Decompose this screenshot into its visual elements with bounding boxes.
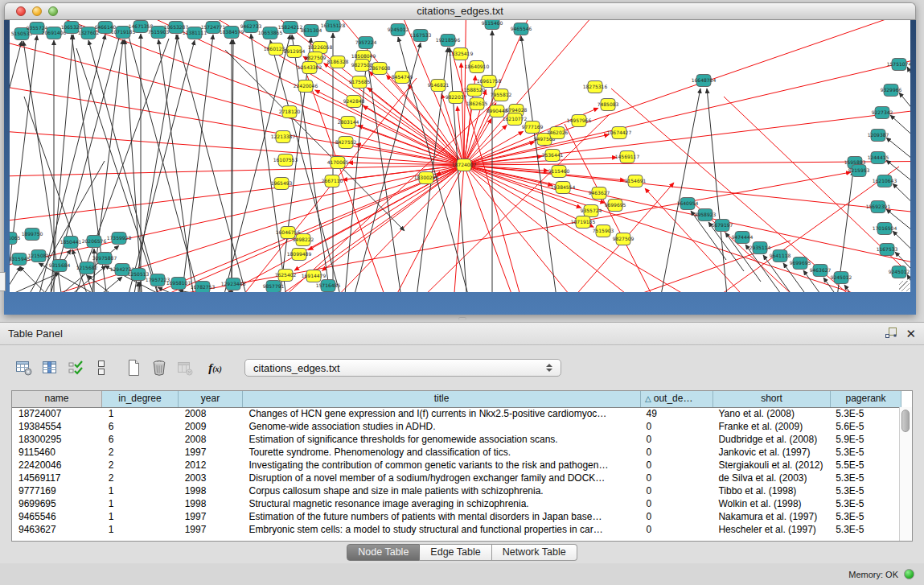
column-header-short[interactable]: short xyxy=(713,391,831,407)
table-cell[interactable]: 14569117 xyxy=(12,472,102,484)
float-panel-icon[interactable] xyxy=(885,327,897,341)
tab-node-table[interactable]: Node Table xyxy=(347,544,420,561)
table-cell[interactable]: 18724007 xyxy=(12,407,102,420)
table-cell[interactable]: 1 xyxy=(102,523,179,536)
scrollbar-thumb[interactable] xyxy=(901,410,910,432)
table-cell[interactable]: 5.3E-5 xyxy=(829,523,900,536)
graph-node[interactable]: 9315684 xyxy=(49,260,71,272)
table-cell[interactable]: 0 xyxy=(640,420,713,433)
zoom-window-button[interactable] xyxy=(48,6,58,16)
table-cell[interactable]: Embryonic stem cells: a model to study s… xyxy=(242,523,639,536)
table-cell[interactable]: 5.6E-5 xyxy=(829,420,900,433)
table-cell[interactable]: 1998 xyxy=(179,484,243,497)
graph-node[interactable]: 9463627 xyxy=(589,187,610,200)
table-cell[interactable]: Tibbo et al. (1998) xyxy=(712,484,829,497)
table-cell[interactable]: 2012 xyxy=(179,459,243,472)
graph-node[interactable]: 18601234 xyxy=(264,43,289,56)
graph-node[interactable]: 9115460 xyxy=(482,20,503,30)
graph-node[interactable]: 9154691 xyxy=(625,175,647,187)
graph-node[interactable]: 18275316 xyxy=(583,81,608,93)
graph-node[interactable]: 3315945 xyxy=(10,253,31,266)
table-selector-dropdown[interactable]: citations_edges.txt xyxy=(244,359,561,377)
graph-node[interactable]: 7485083 xyxy=(598,99,619,111)
graph-node[interactable]: 1065328 xyxy=(61,22,83,34)
column-header-name[interactable]: name xyxy=(12,391,102,407)
graph-node[interactable]: 2935114 xyxy=(749,242,771,254)
tab-edge-table[interactable]: Edge Table xyxy=(420,544,491,561)
table-cell[interactable]: 22420046 xyxy=(12,459,102,472)
graph-node[interactable]: 14671358 xyxy=(129,21,154,33)
graph-node[interactable]: 7515903 xyxy=(148,27,170,39)
graph-node[interactable]: 10719185 xyxy=(111,27,136,39)
table-cell[interactable]: Structural magnetic resonance image aver… xyxy=(242,497,639,510)
table-cell[interactable]: 6 xyxy=(102,433,179,446)
column-header-year[interactable]: year xyxy=(179,391,243,407)
graph-node[interactable]: 9465546 xyxy=(511,23,532,35)
graph-node[interactable]: 17016504 xyxy=(873,223,897,235)
table-cell[interactable]: 0 xyxy=(640,472,713,484)
graph-node[interactable]: 7955812 xyxy=(491,89,512,101)
network-canvas[interactable]: 5150533935572420691406106532813276026466… xyxy=(10,20,910,292)
table-cell[interactable]: 5.3E-5 xyxy=(829,407,900,420)
graph-node[interactable]: 2667110 xyxy=(322,175,343,187)
table-cell[interactable]: 0 xyxy=(640,484,713,497)
graph-node[interactable]: 9175685 xyxy=(349,76,371,89)
graph-node[interactable]: 9245012 xyxy=(388,24,409,36)
graph-node[interactable]: 9777169 xyxy=(522,122,544,134)
resize-grip-icon[interactable] xyxy=(899,281,910,291)
table-cell[interactable]: 0 xyxy=(640,497,713,510)
table-cell[interactable]: 2 xyxy=(102,472,179,484)
minimize-window-button[interactable] xyxy=(32,6,42,16)
graph-node[interactable]: 19218596 xyxy=(436,35,461,47)
table-cell[interactable]: 2003 xyxy=(179,472,243,484)
table-cell[interactable]: 6 xyxy=(102,420,179,433)
graph-node[interactable]: 10674427 xyxy=(607,127,632,139)
table-cell[interactable]: Franke et al. (2009) xyxy=(712,420,829,433)
table-cell[interactable]: de Silva et al. (2003) xyxy=(712,472,829,484)
table-cell[interactable]: Estimation of the future numbers of pati… xyxy=(242,510,639,523)
table-cell[interactable]: Nakamura et al. (1997) xyxy=(712,510,829,523)
table-cell[interactable]: Jankovic et al. (1997) xyxy=(712,446,829,459)
table-cell[interactable]: 1 xyxy=(102,407,179,420)
graph-node[interactable]: 15824212 xyxy=(278,22,303,34)
table-cell[interactable]: Disruption of a novel member of a sodium… xyxy=(242,472,639,484)
table-cell[interactable]: 49 xyxy=(640,407,713,420)
column-header-outde[interactable]: △out_de… xyxy=(641,391,713,407)
table-cell[interactable]: Dudbridge et al. (2008) xyxy=(712,433,829,446)
graph-node[interactable]: 9355724 xyxy=(27,23,48,35)
graph-node[interactable]: 7625402 xyxy=(275,270,297,282)
graph-node[interactable]: 1862615 xyxy=(466,98,488,110)
table-cell[interactable]: 0 xyxy=(640,446,713,459)
graph-node[interactable]: 1899750 xyxy=(22,229,43,241)
table-cell[interactable]: 2008 xyxy=(179,433,243,446)
table-cell[interactable]: 5.9E-5 xyxy=(829,433,900,446)
table-cell[interactable]: 5.3E-5 xyxy=(829,446,900,459)
graph-node[interactable]: 19384554 xyxy=(551,182,576,194)
table-cell[interactable]: 9115460 xyxy=(12,446,102,459)
graph-node[interactable]: 2526065 xyxy=(10,233,21,245)
table-cell[interactable]: 5.3E-5 xyxy=(829,510,900,523)
close-panel-icon[interactable]: ✕ xyxy=(906,328,916,340)
column-header-indegree[interactable]: in_degree xyxy=(102,391,179,407)
graph-node[interactable]: 6679197 xyxy=(712,220,733,232)
table-cell[interactable]: 5.3E-5 xyxy=(829,472,900,484)
graph-node[interactable]: 8427552 xyxy=(335,137,357,149)
tab-network-table[interactable]: Network Table xyxy=(492,544,577,561)
graph-node[interactable]: 9641118 xyxy=(770,250,791,262)
graph-node[interactable]: 1167533 xyxy=(410,30,432,42)
table-cell[interactable]: 1 xyxy=(102,484,179,497)
show-column-icon[interactable] xyxy=(39,357,60,379)
graph-node[interactable]: 2803144 xyxy=(338,117,359,129)
graph-node[interactable]: 8186328 xyxy=(327,56,349,68)
table-cell[interactable]: 0 xyxy=(640,433,713,446)
table-cell[interactable]: 19384554 xyxy=(12,420,102,433)
table-cell[interactable]: Stergiakouli et al. (2012) xyxy=(712,459,829,472)
table-cell[interactable]: Wolkin et al. (1998) xyxy=(712,497,829,510)
graph-node[interactable]: 10653865 xyxy=(258,27,283,39)
column-header-title[interactable]: title xyxy=(243,391,641,407)
graph-node[interactable]: 9227342 xyxy=(872,107,893,119)
graph-node[interactable]: 9498222 xyxy=(293,234,314,246)
table-cell[interactable]: 1 xyxy=(102,510,179,523)
graph-node[interactable]: 9462733 xyxy=(240,21,262,33)
table-cell[interactable]: 2 xyxy=(102,459,179,472)
